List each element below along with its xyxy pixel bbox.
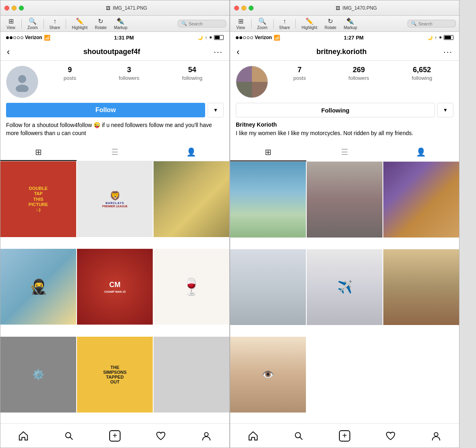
followers-label: followers bbox=[119, 75, 139, 81]
tagged-tab-right[interactable]: 👤 bbox=[383, 144, 459, 161]
close-button[interactable] bbox=[4, 6, 9, 10]
following-button[interactable]: Following bbox=[236, 103, 435, 117]
highlight-button-right[interactable]: ✏️ Highlight bbox=[299, 17, 320, 31]
explore-button-right[interactable] bbox=[290, 427, 308, 445]
photo-cell-r2[interactable] bbox=[307, 162, 382, 238]
rotate-button[interactable]: ↻ Rotate bbox=[92, 17, 109, 31]
rotate-button-right[interactable]: ↻ Rotate bbox=[322, 17, 339, 31]
add-post-button[interactable]: + bbox=[106, 427, 124, 445]
view-icon: ⊞ bbox=[8, 17, 14, 25]
home-icon-right bbox=[248, 431, 258, 441]
following-stat-right[interactable]: 6,652 following bbox=[412, 66, 432, 81]
profile-button-right[interactable] bbox=[427, 427, 445, 445]
more-button-right[interactable]: ··· bbox=[443, 47, 453, 56]
location-icon: ↑ bbox=[205, 35, 207, 40]
photo-cell-r3[interactable] bbox=[383, 162, 459, 238]
highlight-button[interactable]: ✏️ Highlight bbox=[69, 17, 90, 31]
grid-tab[interactable]: ⊞ bbox=[0, 144, 77, 161]
battery-icon-right bbox=[444, 35, 453, 40]
zoom-in-icon: 🔍 bbox=[29, 17, 37, 25]
share-button[interactable]: ↑ Share bbox=[47, 17, 63, 31]
search-bar[interactable]: 🔍 bbox=[178, 20, 226, 27]
profile-icon bbox=[201, 431, 212, 441]
photo-cell-6[interactable]: 🍷 bbox=[154, 249, 229, 325]
posts-stat-right[interactable]: 7 posts bbox=[293, 66, 306, 81]
wifi-icon-right: 📶 bbox=[274, 35, 280, 41]
profile-stats: 9 posts 3 followers 54 following bbox=[42, 66, 224, 81]
photo-cell-9[interactable] bbox=[154, 337, 229, 413]
plus-icon-right: + bbox=[339, 430, 350, 442]
back-button-right[interactable]: ‹ bbox=[237, 47, 239, 57]
photo-cell-2[interactable]: 🦁 BARCLAYS PREMIER LEAGUE bbox=[77, 161, 153, 237]
follow-button[interactable]: Follow bbox=[6, 103, 205, 117]
follow-row: Follow ▼ bbox=[6, 103, 224, 117]
photo-cell-1[interactable]: DOUBLETAPTHISPICTURE:-) bbox=[0, 161, 76, 237]
profile-bio: Follow for a shoutout follow4follow 😜 if… bbox=[6, 121, 224, 137]
photo-cell-3[interactable] bbox=[154, 161, 229, 237]
photo-cell-r5[interactable]: ✈️ bbox=[307, 249, 382, 325]
following-dropdown-button[interactable]: ▼ bbox=[437, 103, 453, 117]
followers-stat-right[interactable]: 269 followers bbox=[349, 66, 369, 81]
grid-tab-right[interactable]: ⊞ bbox=[230, 144, 306, 161]
signal-dot-r3 bbox=[243, 36, 246, 39]
following-stat[interactable]: 54 following bbox=[182, 66, 203, 81]
svg-point-5 bbox=[295, 432, 301, 438]
right-window-title: 🖼 IMG_1470.PNG bbox=[258, 5, 455, 11]
right-time: 1:27 PM bbox=[344, 35, 364, 41]
search-icon: 🔍 bbox=[181, 21, 187, 26]
home-button[interactable] bbox=[15, 427, 32, 445]
divider bbox=[21, 19, 22, 29]
home-button-right[interactable] bbox=[244, 427, 262, 445]
minimize-button-right[interactable] bbox=[241, 6, 246, 10]
divider bbox=[44, 19, 44, 29]
photo-cell-r1[interactable] bbox=[230, 162, 306, 238]
minimize-button[interactable] bbox=[12, 6, 17, 10]
search-icon-right: 🔍 bbox=[411, 21, 417, 26]
view-button[interactable]: ⊞ View bbox=[4, 17, 18, 31]
profile-button[interactable] bbox=[197, 427, 215, 445]
more-button[interactable]: ··· bbox=[214, 47, 223, 56]
search-icon bbox=[64, 431, 74, 441]
explore-button[interactable] bbox=[60, 427, 78, 445]
search-icon-right bbox=[293, 431, 304, 441]
svg-point-4 bbox=[205, 432, 208, 436]
posts-stat[interactable]: 9 posts bbox=[64, 66, 76, 81]
likes-button[interactable] bbox=[152, 427, 170, 445]
right-tab-row: ⊞ ☰ 👤 bbox=[230, 144, 459, 162]
highlight-icon: ✏️ bbox=[76, 17, 84, 25]
zoom-button[interactable]: 🔍 Zoom bbox=[25, 17, 40, 31]
close-button-right[interactable] bbox=[234, 6, 239, 10]
markup-button-right[interactable]: ✒️ Markup bbox=[341, 17, 360, 31]
photo-cell-8[interactable]: THESIMPSONSTAPPEDOUT bbox=[77, 337, 153, 413]
heart-icon-right bbox=[385, 431, 396, 441]
maximize-button-right[interactable] bbox=[249, 6, 254, 10]
search-input[interactable] bbox=[189, 21, 225, 26]
share-icon-right: ↑ bbox=[283, 18, 286, 25]
follow-dropdown-button[interactable]: ▼ bbox=[208, 103, 224, 117]
photo-cell-4[interactable]: 🥷 bbox=[0, 249, 76, 325]
photo-cell-r6[interactable] bbox=[383, 249, 459, 325]
list-tab[interactable]: ☰ bbox=[77, 144, 153, 161]
add-post-button-right[interactable]: + bbox=[336, 427, 353, 445]
photo-cell-r4[interactable] bbox=[230, 249, 306, 325]
search-bar-right[interactable]: 🔍 bbox=[407, 20, 456, 27]
search-input-right[interactable] bbox=[418, 21, 455, 26]
left-toolbar: ⊞ View 🔍 Zoom ↑ Share ✏️ Highlight ↻ Rot… bbox=[0, 16, 229, 32]
right-profile-section: 7 posts 269 followers 6,652 following Fo… bbox=[230, 61, 459, 144]
rotate-icon-right: ↻ bbox=[328, 17, 333, 25]
zoom-button-right[interactable]: 🔍 Zoom bbox=[255, 17, 270, 31]
back-button[interactable]: ‹ bbox=[7, 47, 10, 57]
divider bbox=[66, 19, 66, 29]
view-button-right[interactable]: ⊞ View bbox=[233, 17, 248, 31]
right-titlebar: 🖼 IMG_1470.PNG bbox=[230, 0, 459, 16]
followers-stat[interactable]: 3 followers bbox=[119, 66, 139, 81]
markup-button[interactable]: ✒️ Markup bbox=[112, 17, 130, 31]
photo-cell-5[interactable]: CM CHAMP MAN 15 bbox=[77, 249, 153, 325]
tagged-tab[interactable]: 👤 bbox=[153, 144, 229, 161]
maximize-button[interactable] bbox=[19, 6, 24, 10]
photo-cell-7[interactable]: ⚙️ bbox=[0, 337, 76, 413]
share-button-right[interactable]: ↑ Share bbox=[277, 17, 293, 31]
likes-button-right[interactable] bbox=[382, 427, 399, 445]
photo-cell-r7[interactable]: 👁️ bbox=[230, 337, 306, 413]
list-tab-right[interactable]: ☰ bbox=[306, 144, 382, 161]
